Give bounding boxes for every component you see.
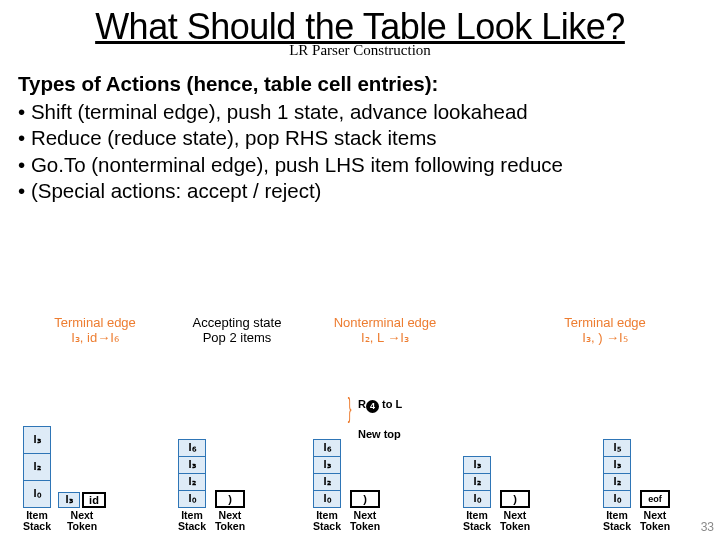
col3-label: Nonterminal edge I₂, L →I₃ [320,316,450,346]
col1-label: Terminal edge I₃, id→I₆ [30,316,160,346]
diagram-area: Terminal edge I₃, id→I₆ Accepting state … [0,310,720,540]
label-line: Pop 2 items [172,331,302,346]
stack-col-5: I₀ I₂ I₃ I₅ ItemStack eof NextToken [600,440,672,532]
stack-cell: I₀ [178,490,206,508]
label-line: Nonterminal edge [320,316,450,331]
bullet-item: Shift (terminal edge), push 1 state, adv… [18,99,702,125]
newtop-annotation: New top [358,428,401,440]
stack-cell: I₃ [178,456,206,474]
col2-label: Accepting state Pop 2 items [172,316,302,346]
reduce-annotation: R4 to L [358,398,402,412]
stack-label: ItemStack [175,510,209,532]
item-stack: I₀ I₂ I₃ I₅ [600,440,634,508]
label-line: Terminal edge [540,316,670,331]
stack-cell: I₂ [23,453,51,481]
item-stack: I₀ I₂ I₃ [20,427,54,508]
next-label: NextToken [498,510,532,532]
stack-col-2: I₀ I₂ I₃ I₆ ItemStack ) NextToken [175,440,247,532]
stack-col-3: I₀ I₂ I₃ I₆ ItemStack ) NextToken [310,440,382,532]
label-line: I₃, id→I₆ [30,331,160,346]
stack-col-4: I₀ I₂ I₃ ItemStack ) NextToken [460,457,532,532]
page-number: 33 [701,520,714,534]
next-label: NextToken [638,510,672,532]
stack-cell: I₂ [313,473,341,491]
stack-col-1: I₀ I₂ I₃ ItemStack I₃ id NextToken [20,427,106,532]
stack-cell: I₃ [23,426,51,454]
bullet-list: Shift (terminal edge), push 1 state, adv… [18,99,702,204]
side-token: id [82,492,106,508]
item-stack: I₀ I₂ I₃ I₆ [175,440,209,508]
next-token: ) [215,490,245,508]
rule-number-icon: 4 [366,400,379,413]
stack-cell: I₀ [313,490,341,508]
content-block: Types of Actions (hence, table cell entr… [0,59,720,204]
stack-cell: I₃ [603,456,631,474]
next-label: NextToken [65,510,99,532]
item-stack: I₀ I₂ I₃ I₆ [310,440,344,508]
stack-cell: I₀ [603,490,631,508]
stack-cell: I₂ [178,473,206,491]
bullet-item: Reduce (reduce state), pop RHS stack ite… [18,125,702,151]
annot-text: R [358,398,366,410]
label-line: Terminal edge [30,316,160,331]
next-token: ) [350,490,380,508]
next-token: ) [500,490,530,508]
next-label: NextToken [213,510,247,532]
stack-label: ItemStack [600,510,634,532]
side-cell: I₃ [58,492,80,508]
stack-cell: I₀ [23,480,51,508]
label-line: I₂, L →I₃ [320,331,450,346]
stack-cell: I₃ [313,456,341,474]
stack-label: ItemStack [20,510,54,532]
stack-cell: I₆ [313,439,341,457]
stack-label: ItemStack [460,510,494,532]
label-line: I₃, ) →I₅ [540,331,670,346]
next-token: eof [640,490,670,508]
label-line: Accepting state [172,316,302,331]
stack-cell: I₂ [603,473,631,491]
bullet-item: Go.To (nonterminal edge), push LHS item … [18,152,702,178]
col4-label: Terminal edge I₃, ) →I₅ [540,316,670,346]
stack-label: ItemStack [310,510,344,532]
bullet-item: (Special actions: accept / reject) [18,178,702,204]
brace-icon: } [348,392,352,424]
lead-text: Types of Actions (hence, table cell entr… [18,71,702,97]
next-label: NextToken [348,510,382,532]
stack-cell: I₅ [603,439,631,457]
stack-cell: I₃ [463,456,491,474]
stack-cell: I₀ [463,490,491,508]
item-stack: I₀ I₂ I₃ [460,457,494,508]
stack-cell: I₂ [463,473,491,491]
annot-text: to L [379,398,402,410]
stack-cell: I₆ [178,439,206,457]
